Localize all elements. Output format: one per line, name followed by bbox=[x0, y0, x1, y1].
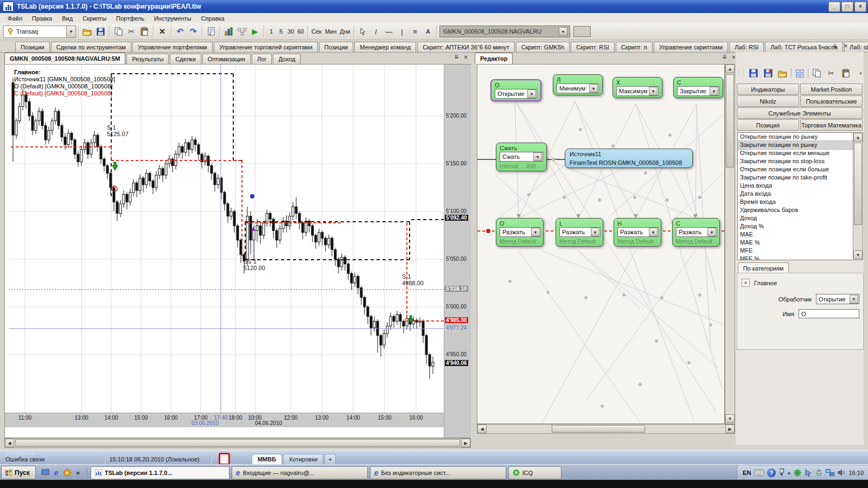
node-handler-select[interactable]: Разжать▼ bbox=[617, 227, 659, 237]
status-tab-Котировки[interactable]: Котировки bbox=[283, 454, 324, 465]
main-tab[interactable]: Позиции bbox=[319, 42, 354, 52]
list-scroll-down[interactable]: ▼ bbox=[853, 251, 863, 259]
palette-category-Market Position[interactable]: Market Position bbox=[800, 84, 863, 95]
maximize-button[interactable]: □ bbox=[841, 2, 853, 12]
menu-item-Вид[interactable]: Вид bbox=[58, 14, 77, 23]
close-button[interactable]: × bbox=[854, 2, 866, 12]
icq-tray-icon[interactable] bbox=[794, 469, 801, 477]
redo-button[interactable]: ↷ bbox=[187, 25, 200, 38]
list-scroll-up[interactable]: ▲ bbox=[853, 133, 863, 142]
block-node-O[interactable]: OРазжать▼Метод Default bbox=[496, 218, 544, 247]
start-button[interactable]: Пуск bbox=[1, 466, 36, 479]
block-node-O[interactable]: OОткрытие▼ bbox=[490, 79, 541, 101]
editor-hscrollbar[interactable]: ◀ ▶ bbox=[477, 424, 735, 434]
vline-tool-button[interactable]: | bbox=[395, 25, 409, 38]
main-tab[interactable]: Управление торговлей скриптами bbox=[214, 42, 318, 52]
save-as-icon[interactable] bbox=[762, 67, 775, 79]
palette-list-item[interactable]: Закрытие позиции по take-profit bbox=[738, 174, 853, 182]
palette-list-item[interactable]: Открытие позиции по рынку bbox=[738, 133, 853, 141]
node-handler-select[interactable]: Разжать▼ bbox=[500, 227, 541, 237]
chart-tab[interactable]: Доход bbox=[273, 54, 301, 64]
palette-list-item[interactable]: MAE bbox=[738, 230, 853, 239]
network-tray-icon[interactable] bbox=[826, 469, 834, 476]
node-handler-select[interactable]: Сжать▼ bbox=[500, 152, 543, 162]
node-handler-select[interactable]: Открытие▼ bbox=[495, 89, 537, 99]
editor-hscroll-thumb[interactable] bbox=[552, 425, 645, 433]
trend-line-tool-button[interactable]: / bbox=[369, 25, 382, 38]
name-input[interactable]: O bbox=[799, 309, 859, 318]
language-indicator[interactable]: EN bbox=[743, 470, 751, 476]
help-tray-icon[interactable]: ? bbox=[767, 468, 776, 477]
hline-tool-button[interactable]: — bbox=[382, 25, 395, 38]
chart-panel-close-icon[interactable]: × bbox=[464, 54, 468, 61]
editor-vscroll-thumb[interactable] bbox=[726, 74, 734, 168]
node-select-arrow[interactable]: ▼ bbox=[591, 228, 599, 236]
node-handler-select[interactable]: Разжать▼ bbox=[559, 227, 601, 237]
editor-tab[interactable]: Редактор bbox=[475, 53, 513, 64]
editor-scroll-right[interactable]: ▶ bbox=[725, 425, 735, 433]
palette-list-item[interactable]: MFE bbox=[738, 247, 853, 255]
chart-tab[interactable]: Результаты bbox=[126, 54, 169, 64]
quicklaunch-overflow[interactable]: » bbox=[73, 467, 84, 478]
symbol-combo-arrow[interactable]: ▼ bbox=[559, 27, 567, 36]
main-tab[interactable]: Позиции bbox=[15, 42, 50, 52]
node-select-arrow[interactable]: ▼ bbox=[707, 228, 716, 236]
menu-item-Портфель[interactable]: Портфель bbox=[112, 14, 149, 23]
report-button[interactable] bbox=[205, 25, 218, 38]
node-select-arrow[interactable]: ▼ bbox=[533, 152, 542, 161]
time-axis[interactable]: 11:0013:0014:0015:0016:0017:0017:4018:00… bbox=[5, 413, 444, 427]
taskbar-button[interactable]: TSLab (версия 1.1.7.0... bbox=[91, 466, 229, 479]
open-scheme-icon[interactable] bbox=[776, 67, 789, 79]
status-tab-ММВБ[interactable]: ММВБ bbox=[252, 454, 282, 465]
palette-list-item[interactable]: Цена входа bbox=[738, 182, 853, 190]
delete-button[interactable]: × bbox=[156, 25, 169, 38]
node-select-arrow[interactable]: ▼ bbox=[589, 84, 598, 93]
chart-hscrollbar[interactable]: ◀ ▶ bbox=[4, 438, 471, 448]
pointer-tray-icon[interactable] bbox=[805, 469, 812, 477]
grid-view-icon[interactable] bbox=[793, 67, 806, 79]
ie-quicklaunch-icon[interactable]: e bbox=[51, 467, 62, 478]
menu-item-Скрипты[interactable]: Скрипты bbox=[78, 14, 111, 23]
node-handler-select[interactable]: Максимум▼ bbox=[616, 86, 659, 96]
palette-category-Служебные Элементы[interactable]: Служебные Элементы bbox=[737, 107, 863, 119]
list-vscroll-thumb[interactable] bbox=[854, 143, 862, 225]
palette-list-item[interactable]: Дата входа bbox=[738, 190, 853, 198]
node-handler-select[interactable]: Разжать▼ bbox=[676, 227, 717, 237]
collapse-group-icon[interactable]: ∧ bbox=[742, 279, 750, 287]
handler-select[interactable]: Открытие ▼ bbox=[816, 294, 859, 304]
chart-tab[interactable]: Сделки bbox=[170, 54, 201, 64]
handler-select-arrow[interactable]: ▼ bbox=[850, 295, 858, 304]
paste-button[interactable] bbox=[138, 25, 151, 38]
block-node-Сжать[interactable]: СжатьСжать▼Interval 300 bbox=[496, 143, 547, 171]
toolbar-overflow-icon[interactable]: ▼ bbox=[859, 72, 863, 75]
palette-list-item[interactable]: Доход % bbox=[738, 222, 853, 230]
palette-list[interactable]: Открытие позиции по рынкуЗакрытие позици… bbox=[737, 132, 854, 260]
node-select-arrow[interactable]: ▼ bbox=[649, 87, 658, 95]
collapse-tray-icon[interactable]: « bbox=[787, 470, 790, 476]
timeframe-button-60[interactable]: 60 bbox=[296, 25, 305, 38]
transaq-dropdown-arrow[interactable]: ▼ bbox=[67, 25, 76, 38]
restore-panel-icon[interactable]: ❐▾ bbox=[779, 470, 784, 476]
palette-list-item[interactable]: Закрытие позиции по stop-loss bbox=[738, 157, 853, 165]
text-tool-button[interactable]: A bbox=[422, 25, 435, 38]
palette-list-item[interactable]: MFE % bbox=[738, 255, 853, 260]
price-axis[interactable]: 5'200.005'150.005'100.005'050.005'000.00… bbox=[444, 65, 471, 438]
levels-tool-button[interactable]: ≡ bbox=[409, 25, 422, 38]
palette-category-Индикаторы[interactable]: Индикаторы bbox=[737, 84, 799, 95]
copy-block-icon[interactable] bbox=[810, 67, 823, 79]
symbol-combo[interactable]: GMKN_000508_100508:NAGVALRU ▼ bbox=[439, 25, 570, 37]
transaq-connection-button[interactable]: Transaq bbox=[3, 25, 67, 38]
volume-tray-icon[interactable] bbox=[838, 469, 845, 476]
menu-item-Справка[interactable]: Справка bbox=[197, 14, 229, 23]
paste-block-icon[interactable] bbox=[839, 67, 852, 79]
chart-tab[interactable]: Оптимизация bbox=[202, 54, 251, 64]
cursor-tool-button[interactable] bbox=[356, 25, 369, 38]
price-chart[interactable]: S 15125.07SS 15120.00S 14988.00 Главное:… bbox=[9, 65, 444, 413]
editor-scroll-down[interactable]: ▼ bbox=[725, 414, 735, 423]
main-tab[interactable]: Менеджер команд bbox=[354, 42, 416, 52]
main-tab[interactable]: Лаб: RSI bbox=[729, 42, 764, 52]
node-select-arrow[interactable]: ▼ bbox=[649, 228, 658, 236]
copy-button[interactable] bbox=[112, 25, 125, 38]
node-select-arrow[interactable]: ▼ bbox=[527, 89, 536, 98]
unit-button-Мин[interactable]: Мин bbox=[324, 25, 337, 38]
